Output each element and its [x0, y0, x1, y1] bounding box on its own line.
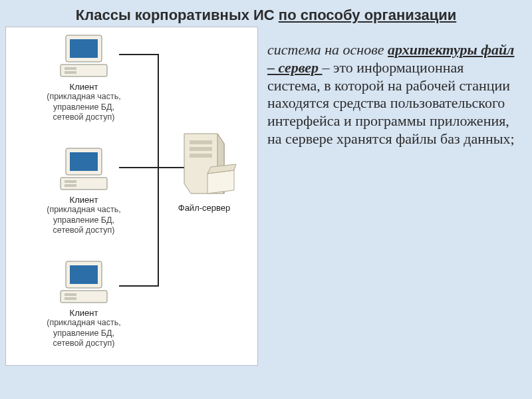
svg-rect-3 — [65, 67, 76, 70]
title-underlined: по способу организации — [279, 7, 456, 23]
diagram: Клиент (прикладная часть, управление БД,… — [5, 27, 258, 366]
slide-title: Классы корпоративных ИС по способу орган… — [0, 0, 532, 27]
svg-rect-1 — [70, 39, 98, 58]
svg-rect-4 — [65, 71, 76, 74]
computer-icon — [54, 34, 114, 80]
content-row: Клиент (прикладная часть, управление БД,… — [0, 27, 532, 372]
client-label: Клиент — [14, 82, 154, 92]
client-sublabel: (прикладная часть, управление БД, сетево… — [14, 205, 154, 236]
network-vertical-line — [158, 54, 159, 287]
computer-icon — [54, 260, 114, 307]
computer-icon — [54, 147, 114, 194]
description-text: система на основе архитектуры файл – сер… — [265, 27, 524, 367]
client-node-3: Клиент (прикладная часть, управление БД,… — [14, 260, 154, 349]
client-node-2: Клиент (прикладная часть, управление БД,… — [14, 147, 154, 236]
server-tower-icon — [171, 127, 237, 200]
svg-rect-12 — [61, 291, 107, 303]
svg-rect-7 — [61, 178, 107, 190]
svg-rect-14 — [65, 297, 76, 300]
client-label: Клиент — [14, 308, 154, 318]
client-node-1: Клиент (прикладная часть, управление БД,… — [14, 34, 154, 123]
svg-rect-15 — [190, 140, 212, 144]
client-sublabel: (прикладная часть, управление БД, сетево… — [14, 92, 154, 123]
slide: Классы корпоративных ИС по способу орган… — [0, 0, 532, 399]
svg-rect-13 — [65, 293, 76, 296]
title-prefix: Классы корпоративных ИС — [76, 7, 279, 23]
svg-rect-11 — [70, 265, 98, 284]
svg-rect-2 — [61, 65, 107, 76]
description-lead: система на основе — [267, 41, 388, 58]
server-label: Файл-сервер — [161, 203, 247, 213]
svg-rect-6 — [70, 152, 98, 171]
svg-rect-17 — [190, 154, 212, 158]
client-label: Клиент — [14, 195, 154, 205]
client-sublabel: (прикладная часть, управление БД, сетево… — [14, 318, 154, 349]
svg-rect-8 — [65, 180, 76, 183]
server-node: Файл-сервер — [161, 127, 247, 213]
svg-rect-9 — [65, 184, 76, 187]
svg-rect-16 — [190, 147, 212, 151]
